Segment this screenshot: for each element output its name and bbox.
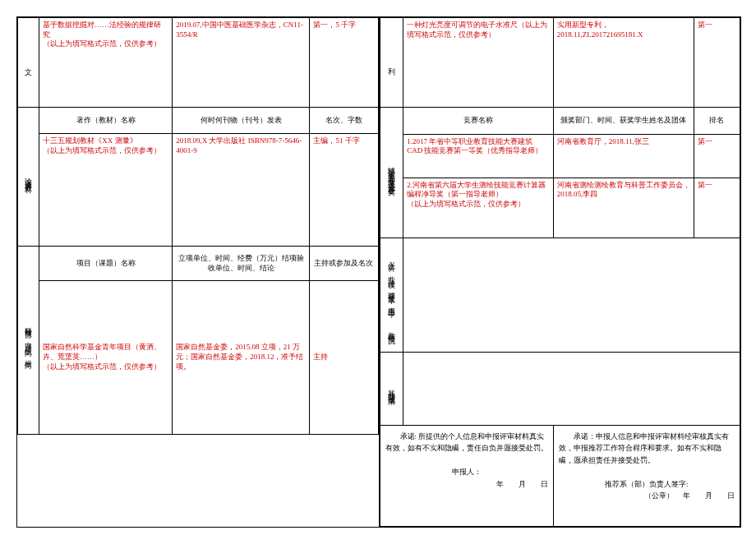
left-row2-c3: 主编，51 千字 (310, 134, 378, 247)
left-headerB-h3: 主持或参加及名次 (310, 247, 378, 281)
right-row2-label: 辅导学生参加专业技术竞赛获奖 (380, 108, 403, 238)
left-headerA-h1: 著作（教材）名称 (39, 108, 173, 134)
left-row3-c3: 主持 (310, 281, 378, 435)
left-headerB-h1: 项目（课题）名称 (39, 247, 173, 281)
right-row2-item2c: 第一 (694, 178, 740, 238)
right-row3-body (403, 238, 740, 353)
footer-right-seal: （公章） 年 月 日 (559, 490, 735, 501)
left-row3-c1: 国家自然科学基金青年项目（黄酒、卉、荒蕖英……） （以上为填写格式示范，仅供参考… (39, 281, 173, 435)
left-row1-c2: 2019.07,中国中医基础医学杂志，CN11-3554/R (173, 18, 310, 108)
left-row2-c1: 十三五规划教材《XX 测量》 （以上为填写格式示范，仅供参考） (39, 134, 173, 247)
left-headerA-h2: 何时何刊物（刊号）发表 (173, 108, 310, 134)
footer-right-sign: 推荐系（部）负责人签字: (559, 478, 735, 490)
left-row1-c1: 基于数据挖掘对……法经验的规律研究 （以上为填写格式示范，仅供参考） (39, 18, 173, 108)
right-row4-label: 其他业绩成果 (380, 353, 403, 426)
footer-right-seal-text: （公章） (644, 491, 674, 500)
form-page: 文 基于数据挖掘对……法经验的规律研究 （以上为填写格式示范，仅供参考） 201… (16, 16, 741, 528)
left-row3-c2: 国家自然基金委，2015.08 立项，21 万元；国家自然基金委，2018.12… (173, 281, 310, 435)
footer-right-line1: 承诺：申报人信息和申报评审材料经审核真实有效，申报推荐工作符合程序和要求。如有不… (559, 431, 735, 466)
right-row2-item2: 2.河南省第六届大学生测绘技能竞赛计算器编程净导奖（第一指导老师） （以上为填写… (403, 178, 554, 238)
right-section: 利 一种灯光亮度可调节的电子水准尺（以上为填写格式示范，仅供参考） 实用新型专利… (380, 17, 741, 527)
right-table: 利 一种灯光亮度可调节的电子水准尺（以上为填写格式示范，仅供参考） 实用新型专利… (380, 17, 741, 527)
right-headerA-h1: 竞赛名称 (403, 108, 554, 135)
left-row3-label: 科研项目、课题（纵向、横向） (18, 247, 39, 435)
right-row2-item1b: 河南省教育厅，2018.11,张三 (553, 134, 694, 178)
footer-right-date: 年 月 日 (683, 491, 735, 500)
left-row1-c3: 第一，5 千字 (310, 18, 378, 108)
right-row4-body (403, 353, 740, 426)
right-headerA-h3: 排名 (694, 108, 740, 135)
right-row2-item2b: 河南省测绘测绘教育与科普工作委员会，2018.05,李四 (553, 178, 694, 238)
left-row2-label: 论著译著教材 (18, 108, 39, 247)
left-headerB-h2: 立项单位、时间、经费（万元）结项验收单位、时间、结论 (173, 247, 310, 281)
footer-left-line1: 承诺: 所提供的个人信息和申报评审材料真实有效，如有不实和隐瞒，责任自负并愿接受… (385, 431, 548, 454)
right-headerA-h2: 颁奖部门、时间、获奖学生姓名及团体 (553, 108, 694, 135)
right-row1-label: 利 (380, 18, 403, 108)
right-row2-item1: 1.2017 年省中等职业教育技能大赛建筑 CAD 技能竞赛第一等奖（优秀指导老… (403, 134, 554, 178)
right-row3-label: 学科Y业）建设、课程改革、指导中F 教师情况 (380, 238, 403, 353)
right-row1-c1: 一种灯光亮度可调节的电子水准尺（以上为填写格式示范，仅供参考） (403, 18, 554, 108)
right-row2-item1c: 第一 (694, 134, 740, 178)
footer-left: 承诺: 所提供的个人信息和申报评审材料真实有效，如有不实和隐瞒，责任自负并愿接受… (380, 426, 553, 527)
left-table: 文 基于数据挖掘对……法经验的规律研究 （以上为填写格式示范，仅供参考） 201… (17, 17, 379, 435)
footer-left-date: 年 月 日 (385, 478, 548, 490)
left-row2-c2: 2018.09,X 大学出版社 ISBN978-7-5646-4001-9 (173, 134, 310, 247)
left-headerA-h3: 名次、字数 (310, 108, 378, 134)
footer-left-sign: 申报人： (385, 466, 548, 477)
left-section: 文 基于数据挖掘对……法经验的规律研究 （以上为填写格式示范，仅供参考） 201… (17, 17, 380, 527)
left-row1-label: 文 (18, 18, 39, 108)
right-row1-c2: 实用新型专利，2018.11,ZL201721695181.X (553, 18, 694, 108)
footer-right: 承诺：申报人信息和申报评审材料经审核真实有效，申报推荐工作符合程序和要求。如有不… (553, 426, 740, 527)
right-row1-c3: 第一 (694, 18, 740, 108)
